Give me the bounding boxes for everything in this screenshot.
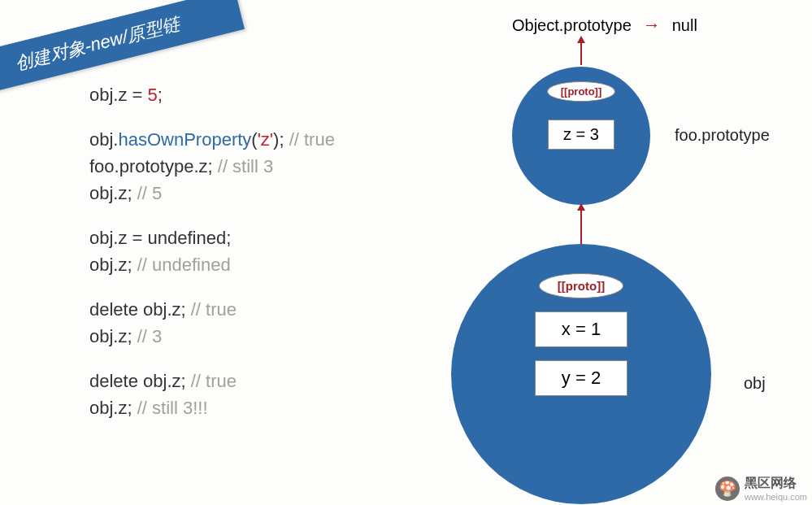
diagram-top-row: Object.prototype → null — [512, 15, 697, 36]
code-text: ; — [158, 85, 163, 105]
mushroom-icon: 🍄 — [715, 477, 740, 501]
code-text: obj.z = — [89, 85, 148, 105]
code-listing: obj.z = 5; obj.hasOwnProperty('z'); // t… — [89, 81, 335, 439]
code-text: delete obj.z; — [89, 371, 191, 391]
watermark-url: www.heiqu.com — [745, 492, 807, 502]
code-comment: // still 3!!! — [137, 398, 208, 418]
arrow-up-icon — [580, 42, 582, 65]
code-text: delete obj.z; — [89, 299, 191, 320]
code-text: foo.prototype.z; — [89, 156, 218, 176]
object-prototype-label: Object.prototype — [512, 16, 632, 35]
code-text: obj.z; — [89, 398, 137, 418]
code-text: obj. — [89, 129, 118, 150]
watermark-title: 黑区网络 — [745, 475, 807, 492]
code-para-3: obj.z = undefined; obj.z; // undefined — [89, 224, 335, 278]
proto-badge: [[proto]] — [539, 273, 623, 298]
code-method: hasOwnProperty — [118, 129, 251, 150]
code-text: obj.z; — [89, 183, 137, 203]
null-label: null — [672, 16, 697, 35]
code-comment: // still 3 — [218, 156, 273, 176]
proto-badge: [[proto]] — [547, 81, 616, 102]
code-string: 'z' — [258, 129, 273, 150]
code-number: 5 — [148, 85, 158, 105]
arrow-right-icon: → — [643, 15, 661, 36]
obj-label: obj — [744, 374, 766, 393]
foo-prototype-circle: [[proto]] z = 3 — [512, 67, 650, 205]
code-comment: // true — [289, 129, 335, 150]
code-text: obj.z; — [89, 326, 137, 346]
code-comment: // true — [191, 299, 237, 320]
code-para-2: obj.hasOwnProperty('z'); // true foo.pro… — [89, 126, 335, 207]
property-box: x = 1 — [535, 311, 627, 347]
property-box: z = 3 — [548, 120, 614, 150]
code-text: ); — [273, 129, 289, 150]
watermark: 🍄 黑区网络 www.heiqu.com — [715, 475, 807, 502]
code-comment: // 3 — [137, 326, 163, 346]
code-comment: // true — [191, 371, 237, 391]
property-box: y = 2 — [535, 360, 627, 396]
code-comment: // 5 — [137, 183, 163, 203]
code-text: obj.z = undefined; — [89, 228, 231, 248]
code-comment: // undefined — [137, 255, 231, 275]
obj-circle: [[proto]] x = 1 y = 2 — [451, 244, 711, 504]
code-text: ( — [251, 129, 257, 150]
foo-prototype-label: foo.prototype — [675, 126, 770, 145]
code-para-5: delete obj.z; // true obj.z; // still 3!… — [89, 368, 335, 421]
code-para-4: delete obj.z; // true obj.z; // 3 — [89, 296, 335, 350]
code-text: obj.z; — [89, 255, 137, 275]
code-para-1: obj.z = 5; — [89, 81, 335, 108]
prototype-chain-diagram: Object.prototype → null [[proto]] z = 3 … — [406, 0, 812, 505]
arrow-up-icon — [580, 210, 582, 244]
